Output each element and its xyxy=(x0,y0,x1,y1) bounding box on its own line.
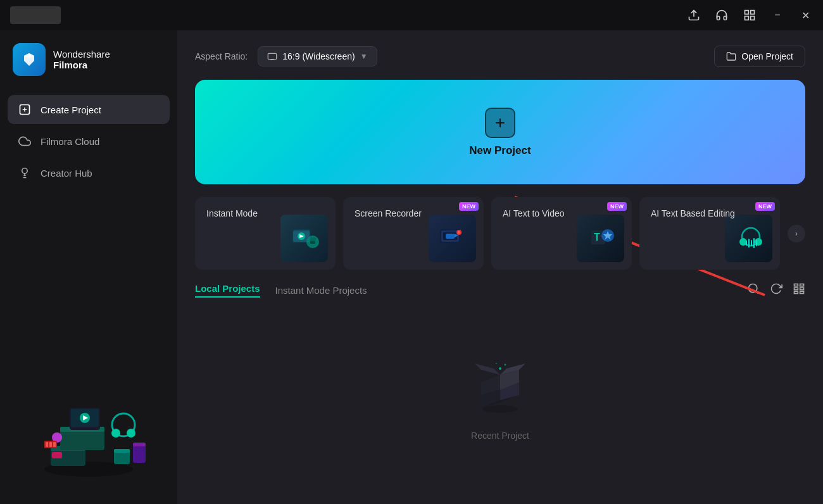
headset-icon[interactable] xyxy=(714,8,729,23)
svg-rect-21 xyxy=(46,442,48,447)
logo-icon xyxy=(13,43,46,76)
feature-card-instant-mode[interactable]: Instant Mode xyxy=(195,197,336,270)
content-topbar: Aspect Ratio: 16:9 (Widescreen) ▼ Open P… xyxy=(195,46,805,67)
aspect-ratio-value: 16:9 (Widescreen) xyxy=(282,51,355,61)
svg-rect-64 xyxy=(800,291,804,293)
sidebar-item-creator-hub[interactable]: Creator Hub xyxy=(8,158,170,187)
lightbulb-icon xyxy=(18,166,32,180)
svg-rect-59 xyxy=(795,284,798,286)
refresh-projects-icon[interactable] xyxy=(770,282,782,298)
screen-recorder-label: Screen Recorder xyxy=(355,208,472,218)
logo-line1: Wondershare xyxy=(53,49,110,60)
svg-point-16 xyxy=(111,429,120,438)
svg-point-17 xyxy=(127,429,135,438)
ai-text-editing-image xyxy=(725,215,772,262)
instant-mode-label: Instant Mode xyxy=(206,208,324,218)
grid-icon[interactable] xyxy=(742,8,757,23)
svg-rect-28 xyxy=(268,53,277,59)
svg-rect-61 xyxy=(795,287,798,289)
sidebar-item-label-cloud: Filmora Cloud xyxy=(41,136,99,147)
open-project-button[interactable]: Open Project xyxy=(714,46,805,67)
view-toggle-icon[interactable] xyxy=(793,282,805,298)
scroll-right-button[interactable]: › xyxy=(788,225,805,243)
ai-text-video-label: AI Text to Video xyxy=(503,208,620,218)
sidebar-item-label-hub: Creator Hub xyxy=(41,168,92,179)
new-project-label: New Project xyxy=(469,144,531,157)
folder-icon xyxy=(726,51,736,61)
monitor-icon xyxy=(267,53,277,60)
sidebar: Wondershare Filmora Create Project xyxy=(0,30,177,504)
svg-text:T: T xyxy=(594,232,600,243)
sidebar-item-create-project[interactable]: Create Project xyxy=(8,95,170,124)
svg-rect-57 xyxy=(756,240,757,246)
svg-point-73 xyxy=(499,367,501,370)
aspect-ratio-label: Aspect Ratio: xyxy=(195,51,248,61)
svg-rect-19 xyxy=(52,452,62,458)
app-menu-placeholder xyxy=(10,6,61,24)
svg-rect-22 xyxy=(49,442,52,447)
svg-rect-1 xyxy=(751,11,755,15)
ai-text-editing-label: AI Text Based Editing xyxy=(651,208,769,218)
new-project-icon: + xyxy=(485,108,515,138)
empty-state-icon xyxy=(468,357,532,420)
empty-state: Recent Project xyxy=(195,308,805,489)
sidebar-illustration xyxy=(0,365,177,491)
aspect-ratio-dropdown[interactable]: 16:9 (Widescreen) ▼ xyxy=(258,46,377,66)
svg-point-76 xyxy=(482,405,518,413)
feature-card-ai-text-video[interactable]: AI Text to Video NEW T xyxy=(491,197,632,270)
upload-icon[interactable] xyxy=(686,8,701,23)
cloud-icon xyxy=(18,134,32,148)
content-area: Aspect Ratio: 16:9 (Widescreen) ▼ Open P… xyxy=(177,30,823,504)
svg-rect-2 xyxy=(745,16,749,20)
svg-point-75 xyxy=(496,363,497,364)
svg-rect-24 xyxy=(133,444,146,463)
main-layout: Wondershare Filmora Create Project xyxy=(0,30,823,504)
svg-rect-62 xyxy=(800,287,804,289)
sidebar-item-label-create: Create Project xyxy=(41,104,101,115)
svg-rect-60 xyxy=(800,284,804,286)
minimize-button[interactable]: − xyxy=(770,8,785,23)
svg-point-58 xyxy=(749,284,757,293)
tab-local-projects[interactable]: Local Projects xyxy=(195,283,260,298)
svg-rect-25 xyxy=(133,443,146,446)
svg-point-74 xyxy=(505,363,506,365)
ai-text-video-image: T xyxy=(577,215,624,262)
titlebar: − ✕ xyxy=(0,0,823,30)
plus-square-icon xyxy=(18,103,32,117)
svg-rect-0 xyxy=(745,11,749,15)
instant-mode-image xyxy=(280,215,328,262)
feature-card-ai-text-editing[interactable]: AI Text Based Editing NEW xyxy=(639,197,780,270)
svg-marker-72 xyxy=(475,363,500,375)
svg-point-52 xyxy=(755,238,762,246)
search-projects-icon[interactable] xyxy=(747,282,760,298)
tab-instant-mode-projects[interactable]: Instant Mode Projects xyxy=(275,285,367,296)
new-project-banner[interactable]: + New Project xyxy=(195,80,805,184)
projects-actions xyxy=(747,282,805,298)
svg-rect-55 xyxy=(751,240,752,246)
svg-rect-63 xyxy=(795,291,798,293)
svg-point-38 xyxy=(312,237,316,241)
illustration xyxy=(25,377,152,479)
feature-card-screen-recorder[interactable]: Screen Recorder NEW xyxy=(343,197,484,270)
sidebar-item-filmora-cloud[interactable]: Filmora Cloud xyxy=(8,127,170,156)
screen-recorder-image xyxy=(429,215,476,262)
feature-cards-row: Instant Mode xyxy=(195,197,805,270)
svg-rect-27 xyxy=(114,449,130,453)
projects-header: Local Projects Instant Mode Projects xyxy=(195,282,805,298)
svg-rect-56 xyxy=(753,238,755,248)
svg-point-43 xyxy=(458,231,460,234)
svg-rect-53 xyxy=(746,241,747,246)
app-logo: Wondershare Filmora xyxy=(0,43,177,95)
svg-rect-54 xyxy=(748,239,750,248)
svg-rect-3 xyxy=(751,16,755,20)
dropdown-arrow-icon: ▼ xyxy=(360,52,368,61)
close-button[interactable]: ✕ xyxy=(798,8,813,23)
svg-rect-23 xyxy=(53,442,56,447)
open-project-label: Open Project xyxy=(741,51,793,61)
sidebar-nav: Create Project Filmora Cloud Creator Hub xyxy=(0,95,177,187)
svg-point-5 xyxy=(22,168,27,173)
logo-text: Wondershare Filmora xyxy=(53,49,110,70)
logo-line2: Filmora xyxy=(53,60,110,70)
svg-rect-44 xyxy=(446,234,455,239)
empty-state-label: Recent Project xyxy=(471,431,529,441)
